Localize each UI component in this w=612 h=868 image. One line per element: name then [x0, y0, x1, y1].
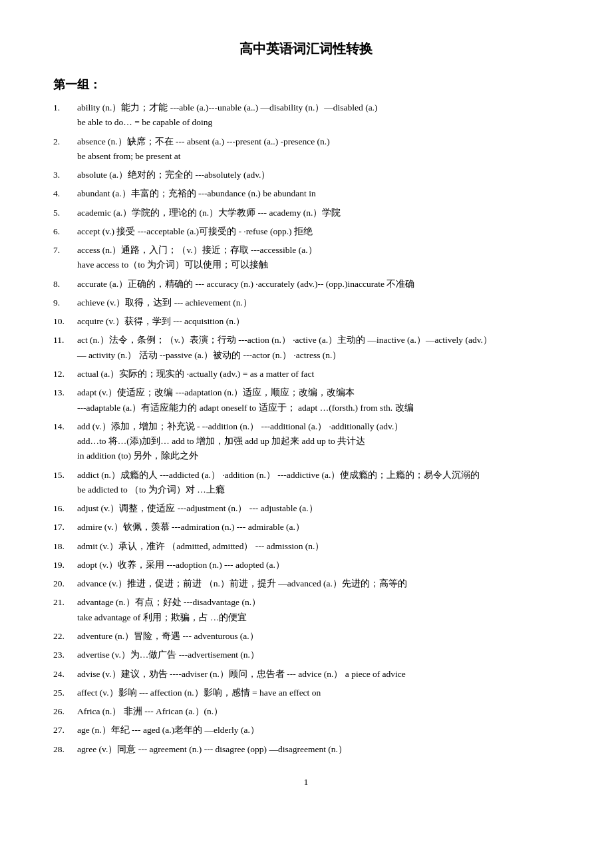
entry-line: be absent from; be present at	[77, 149, 559, 164]
list-item: 24.advise (v.）建议，劝告 ----adviser (n.）顾问，忠…	[53, 667, 559, 682]
list-item: 11.act (n.）法令，条例；（v.）表演；行动 ---action (n.…	[53, 333, 559, 363]
entry-line: achieve (v.）取得，达到 --- achievement (n.）	[77, 296, 559, 310]
group1-title: 第一组：	[53, 77, 559, 93]
entry-number: 25.	[53, 686, 77, 700]
entry-content: advance (v.）推进，促进；前进 （n.）前进，提升 —advanced…	[77, 576, 559, 591]
entry-number: 24.	[53, 667, 77, 682]
list-item: 26.Africa (n.） 非洲 --- African (a.）(n.）	[53, 704, 559, 719]
list-item: 20.advance (v.）推进，促进；前进 （n.）前进，提升 —advan…	[53, 576, 559, 591]
entry-line: advance (v.）推进，促进；前进 （n.）前进，提升 —advanced…	[77, 576, 559, 591]
entry-number: 15.	[53, 468, 77, 498]
entry-number: 27.	[53, 723, 77, 738]
entry-line: add (v.）添加，增加；补充说 - --addition (n.） ---a…	[77, 419, 559, 434]
entry-content: admire (v.）钦佩，羡慕 ---admiration (n.) --- …	[77, 520, 559, 535]
list-item: 17.admire (v.）钦佩，羡慕 ---admiration (n.) -…	[53, 520, 559, 535]
entry-number: 6.	[53, 224, 77, 239]
list-item: 22.adventure (n.）冒险，奇遇 --- adventurous (…	[53, 629, 559, 644]
entry-number: 2.	[53, 134, 77, 164]
entry-line: accept (v.) 接受 ---acceptable (a.)可接受的 - …	[77, 224, 559, 239]
entry-line: ability (n.）能力；才能 ---able (a.)---unable …	[77, 101, 559, 115]
entry-number: 20.	[53, 576, 77, 591]
entry-number: 14.	[53, 419, 77, 464]
entry-number: 26.	[53, 704, 77, 719]
entry-line: in addition (to) 另外，除此之外	[77, 449, 559, 463]
list-item: 14.add (v.）添加，增加；补充说 - --addition (n.） -…	[53, 419, 559, 464]
entry-line: adopt (v.）收养，采用 ---adoption (n.) --- ado…	[77, 558, 559, 572]
list-item: 19.adopt (v.）收养，采用 ---adoption (n.) --- …	[53, 558, 559, 572]
list-item: 13.adapt (v.）使适应；改编 ---adaptation (n.）适应…	[53, 385, 559, 415]
entry-line: academic (a.）学院的，理论的 (n.）大学教师 --- academ…	[77, 206, 559, 220]
entry-number: 13.	[53, 385, 77, 415]
entry-number: 28.	[53, 742, 77, 757]
list-item: 12.actual (a.）实际的；现实的 ·actually (adv.) =…	[53, 367, 559, 381]
entry-line: have access to（to 为介词）可以使用；可以接触	[77, 258, 559, 272]
list-item: 27.age (n.）年纪 --- aged (a.)老年的 —elderly …	[53, 723, 559, 738]
entry-number: 12.	[53, 367, 77, 381]
page-title: 高中英语词汇词性转换	[53, 40, 559, 58]
entry-content: accurate (a.）正确的，精确的 --- accuracy (n.) ·…	[77, 277, 559, 292]
list-item: 8.accurate (a.）正确的，精确的 --- accuracy (n.)…	[53, 277, 559, 292]
entry-line: acquire (v.）获得，学到 --- acquisition (n.）	[77, 314, 559, 329]
entry-line: adapt (v.）使适应；改编 ---adaptation (n.）适应，顺应…	[77, 385, 559, 400]
list-item: 3.absolute (a.）绝对的；完全的 ---absolutely (ad…	[53, 168, 559, 182]
entry-line: abundant (a.）丰富的；充裕的 ---abundance (n.) b…	[77, 186, 559, 201]
entry-number: 11.	[53, 333, 77, 363]
entry-number: 8.	[53, 277, 77, 292]
entry-line: admire (v.）钦佩，羡慕 ---admiration (n.) --- …	[77, 520, 559, 535]
entry-line: Africa (n.） 非洲 --- African (a.）(n.）	[77, 704, 559, 719]
entry-line: adventure (n.）冒险，奇遇 --- adventurous (a.）	[77, 629, 559, 644]
entry-line: act (n.）法令，条例；（v.）表演；行动 ---action (n.） ·…	[77, 333, 559, 347]
entry-content: adventure (n.）冒险，奇遇 --- adventurous (a.）	[77, 629, 559, 644]
entry-number: 3.	[53, 168, 77, 182]
entry-line: adjust (v.）调整，使适应 ---adjustment (n.） ---…	[77, 501, 559, 516]
entry-content: absence (n.）缺席；不在 --- absent (a.) ---pre…	[77, 134, 559, 164]
entry-line: — activity (n.） 活动 --passive (a.）被动的 ---…	[77, 348, 559, 363]
entry-content: adopt (v.）收养，采用 ---adoption (n.) --- ado…	[77, 558, 559, 572]
entry-content: access (n.）通路，入门；（v.）接近；存取 ---accessible…	[77, 243, 559, 273]
list-item: 5.academic (a.）学院的，理论的 (n.）大学教师 --- acad…	[53, 206, 559, 220]
entry-content: achieve (v.）取得，达到 --- achievement (n.）	[77, 296, 559, 310]
entry-list: 1.ability (n.）能力；才能 ---able (a.)---unabl…	[53, 101, 559, 757]
entry-line: addict (n.）成瘾的人 ---addicted (a.） ·additi…	[77, 468, 559, 483]
entry-content: adapt (v.）使适应；改编 ---adaptation (n.）适应，顺应…	[77, 385, 559, 415]
entry-number: 21.	[53, 595, 77, 625]
list-item: 4.abundant (a.）丰富的；充裕的 ---abundance (n.)…	[53, 186, 559, 201]
list-item: 1.ability (n.）能力；才能 ---able (a.)---unabl…	[53, 101, 559, 130]
entry-number: 9.	[53, 296, 77, 310]
entry-content: absolute (a.）绝对的；完全的 ---absolutely (adv.…	[77, 168, 559, 182]
page-number: 1	[53, 777, 559, 787]
list-item: 23.advertise (v.）为…做广告 ---advertisement …	[53, 648, 559, 662]
entry-line: age (n.）年纪 --- aged (a.)老年的 —elderly (a.…	[77, 723, 559, 738]
entry-number: 5.	[53, 206, 77, 220]
entry-content: addict (n.）成瘾的人 ---addicted (a.） ·additi…	[77, 468, 559, 498]
list-item: 15.addict (n.）成瘾的人 ---addicted (a.） ·add…	[53, 468, 559, 498]
entry-content: add (v.）添加，增加；补充说 - --addition (n.） ---a…	[77, 419, 559, 464]
entry-line: affect (v.）影响 --- affection (n.）影响，感情 = …	[77, 686, 559, 700]
entry-content: advantage (n.）有点；好处 ---disadvantage (n.）…	[77, 595, 559, 625]
list-item: 9.achieve (v.）取得，达到 --- achievement (n.）	[53, 296, 559, 310]
entry-line: actual (a.）实际的；现实的 ·actually (adv.) = as…	[77, 367, 559, 381]
list-item: 16.adjust (v.）调整，使适应 ---adjustment (n.） …	[53, 501, 559, 516]
entry-line: admit (v.）承认，准许 （admitted, admitted） ---…	[77, 539, 559, 554]
entry-content: acquire (v.）获得，学到 --- acquisition (n.）	[77, 314, 559, 329]
entry-line: absolute (a.）绝对的；完全的 ---absolutely (adv.…	[77, 168, 559, 182]
list-item: 25.affect (v.）影响 --- affection (n.）影响，感情…	[53, 686, 559, 700]
entry-content: academic (a.）学院的，理论的 (n.）大学教师 --- academ…	[77, 206, 559, 220]
entry-content: act (n.）法令，条例；（v.）表演；行动 ---action (n.） ·…	[77, 333, 559, 363]
entry-content: age (n.）年纪 --- aged (a.)老年的 —elderly (a.…	[77, 723, 559, 738]
entry-line: advantage (n.）有点；好处 ---disadvantage (n.）	[77, 595, 559, 610]
entry-line: ---adaptable (a.）有适应能力的 adapt oneself to…	[77, 401, 559, 415]
entry-content: admit (v.）承认，准许 （admitted, admitted） ---…	[77, 539, 559, 554]
entry-line: accurate (a.）正确的，精确的 --- accuracy (n.) ·…	[77, 277, 559, 292]
list-item: 18.admit (v.）承认，准许 （admitted, admitted） …	[53, 539, 559, 554]
entry-content: advertise (v.）为…做广告 ---advertisement (n.…	[77, 648, 559, 662]
entry-content: actual (a.）实际的；现实的 ·actually (adv.) = as…	[77, 367, 559, 381]
entry-line: add…to 将…(添)加到… add to 增加，加强 add up 加起来 …	[77, 434, 559, 449]
list-item: 6.accept (v.) 接受 ---acceptable (a.)可接受的 …	[53, 224, 559, 239]
entry-content: abundant (a.）丰富的；充裕的 ---abundance (n.) b…	[77, 186, 559, 201]
entry-content: Africa (n.） 非洲 --- African (a.）(n.）	[77, 704, 559, 719]
entry-content: agree (v.）同意 --- agreement (n.) --- disa…	[77, 742, 559, 757]
list-item: 2.absence (n.）缺席；不在 --- absent (a.) ---p…	[53, 134, 559, 164]
entry-content: ability (n.）能力；才能 ---able (a.)---unable …	[77, 101, 559, 130]
entry-line: advise (v.）建议，劝告 ----adviser (n.）顾问，忠告者 …	[77, 667, 559, 682]
